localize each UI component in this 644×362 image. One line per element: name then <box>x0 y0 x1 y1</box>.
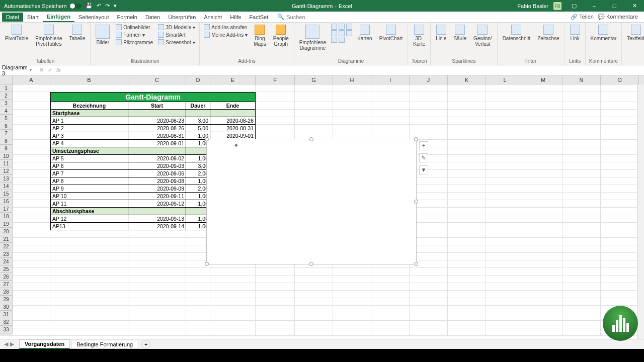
online-pictures-button[interactable]: Onlinebilder <box>115 24 154 31</box>
my-addins-button[interactable]: Meine Add-Ins ▾ <box>203 31 249 38</box>
cell[interactable] <box>256 306 295 313</box>
cell[interactable] <box>601 84 639 92</box>
cell[interactable] <box>562 245 601 253</box>
row-header[interactable]: 8 <box>0 137 13 145</box>
cell[interactable] <box>371 321 410 328</box>
cell[interactable] <box>210 321 256 328</box>
comment-button[interactable]: Kommentar <box>589 24 619 42</box>
cell[interactable]: AP 3 <box>50 132 128 140</box>
cancel-formula-icon[interactable]: ✕ <box>39 67 44 73</box>
cell[interactable] <box>13 177 50 185</box>
cell[interactable] <box>601 125 639 132</box>
cell[interactable] <box>486 140 524 147</box>
cell[interactable]: AP 6 <box>50 162 128 170</box>
cell[interactable] <box>448 193 486 200</box>
cell[interactable]: AP 9 <box>50 185 128 193</box>
cell[interactable] <box>524 140 562 147</box>
cell[interactable]: AP 7 <box>50 170 128 177</box>
cell[interactable] <box>295 321 333 328</box>
cell[interactable] <box>448 313 486 321</box>
cell[interactable]: 5,00 <box>186 125 210 132</box>
cell[interactable] <box>186 291 210 298</box>
cell[interactable] <box>210 84 256 92</box>
row-header[interactable]: 31 <box>0 311 13 318</box>
row-header[interactable]: 20 <box>0 228 13 235</box>
chart-handle-n[interactable] <box>309 137 313 141</box>
cell[interactable] <box>448 215 486 223</box>
cell[interactable] <box>524 162 562 170</box>
cell[interactable] <box>295 306 333 313</box>
cell[interactable] <box>371 102 410 110</box>
chart-styles-button[interactable]: ✎ <box>419 153 428 162</box>
pictures-button[interactable]: Bilder <box>94 24 112 46</box>
cell[interactable] <box>295 268 333 276</box>
user-avatar[interactable]: FB <box>553 2 561 10</box>
cell[interactable] <box>13 245 50 253</box>
textbox-button[interactable]: Textfeld <box>625 24 644 42</box>
cell[interactable] <box>601 283 639 291</box>
cell[interactable] <box>601 230 639 238</box>
cell[interactable] <box>333 117 371 125</box>
cell[interactable]: AP 12 <box>50 215 128 223</box>
cell[interactable] <box>333 84 371 92</box>
cell[interactable] <box>410 102 448 110</box>
cell[interactable] <box>295 102 333 110</box>
table-button[interactable]: Tabelle <box>67 24 88 42</box>
cell[interactable] <box>524 298 562 306</box>
cell[interactable]: 2020-09-14 <box>128 223 186 230</box>
cell[interactable]: Umsetzungsphase <box>50 147 128 155</box>
cell[interactable] <box>13 276 50 283</box>
name-box[interactable]: Diagramm 3▼ <box>0 65 35 75</box>
cell[interactable] <box>13 162 50 170</box>
cell[interactable] <box>333 298 371 306</box>
cell[interactable] <box>524 102 562 110</box>
col-header[interactable]: M <box>524 75 562 84</box>
cell[interactable] <box>524 268 562 276</box>
cell[interactable] <box>410 92 448 102</box>
cell[interactable] <box>601 140 639 147</box>
cell[interactable] <box>50 283 128 291</box>
chart-handle-se[interactable] <box>414 262 418 266</box>
cell[interactable] <box>210 291 256 298</box>
row-header[interactable]: 14 <box>0 183 13 190</box>
cell[interactable] <box>371 328 410 336</box>
search-icon[interactable]: 🔍 <box>277 14 284 20</box>
cell[interactable]: AP 5 <box>50 155 128 162</box>
col-header[interactable]: B <box>50 75 128 84</box>
cell[interactable] <box>128 230 186 238</box>
cell[interactable] <box>256 110 295 117</box>
cell[interactable] <box>524 260 562 268</box>
cell[interactable] <box>448 328 486 336</box>
cell[interactable]: 2020-09-11 <box>128 193 186 200</box>
col-header[interactable]: O <box>601 75 639 84</box>
fx-icon[interactable]: fx <box>56 67 61 73</box>
cell[interactable]: 2020-08-31 <box>128 132 186 140</box>
cell[interactable] <box>486 230 524 238</box>
cell[interactable]: 2020-08-23 <box>128 117 186 125</box>
cell[interactable] <box>210 283 256 291</box>
cell[interactable] <box>13 140 50 147</box>
row-header[interactable]: 9 <box>0 145 13 152</box>
cell[interactable] <box>295 291 333 298</box>
row-header[interactable]: 28 <box>0 288 13 296</box>
row-header[interactable]: 23 <box>0 250 13 258</box>
cell[interactable] <box>562 125 601 132</box>
cell[interactable] <box>371 110 410 117</box>
cell[interactable] <box>256 328 295 336</box>
cell[interactable] <box>448 117 486 125</box>
maps-button[interactable]: Karten <box>355 24 374 42</box>
sparkline-line-button[interactable]: Linie <box>434 24 448 42</box>
cell[interactable] <box>295 117 333 125</box>
cell[interactable] <box>524 117 562 125</box>
cell[interactable] <box>486 177 524 185</box>
sheet-nav-next[interactable]: ▶ <box>10 341 14 347</box>
cell[interactable] <box>50 253 128 260</box>
cell[interactable] <box>13 132 50 140</box>
cell[interactable] <box>448 147 486 155</box>
cell[interactable] <box>371 276 410 283</box>
tab-ansicht[interactable]: Ansicht <box>200 13 226 22</box>
chart-object[interactable]: + ✎ ▼ <box>206 139 417 264</box>
cell[interactable] <box>13 102 50 110</box>
cell[interactable] <box>13 185 50 193</box>
col-header[interactable]: K <box>448 75 486 84</box>
